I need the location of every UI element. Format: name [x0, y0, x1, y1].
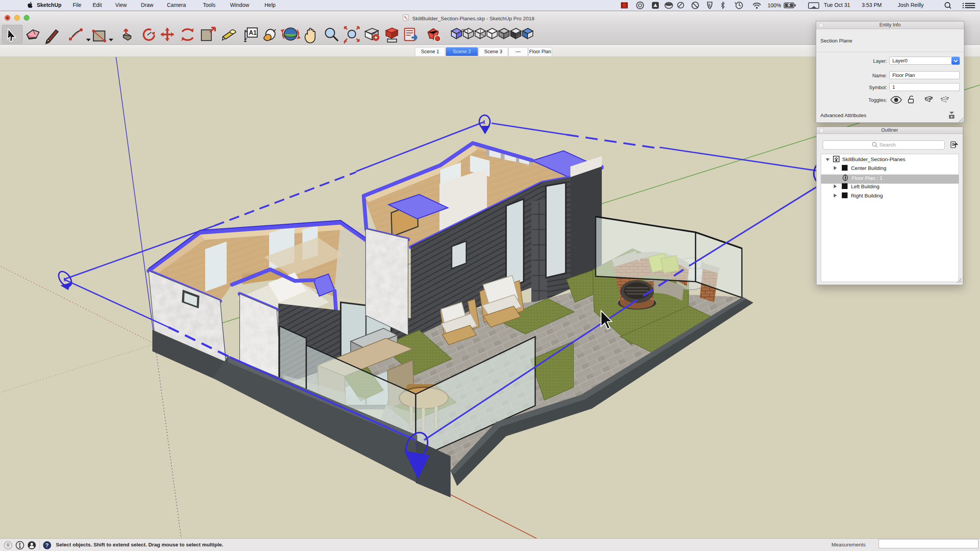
svg-text:1: 1	[63, 277, 66, 282]
svg-text:1: 1	[415, 443, 418, 449]
svg-text:1: 1	[483, 119, 486, 125]
svg-text:A1: A1	[249, 29, 257, 36]
svg-text:?: ?	[45, 542, 49, 548]
svg-text:100%: 100%	[768, 2, 781, 8]
svg-text:5: 5	[709, 3, 711, 8]
